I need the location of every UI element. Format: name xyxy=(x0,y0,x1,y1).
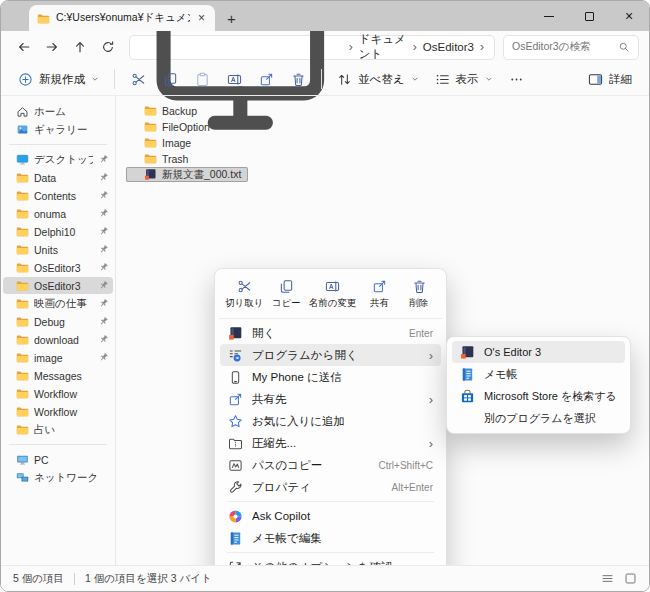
quick-action-label: 名前の変更 xyxy=(309,297,357,310)
sort-button[interactable]: 並べ替え xyxy=(330,65,426,93)
store-icon xyxy=(460,389,475,404)
menu-item[interactable]: メモ帳 xyxy=(452,363,625,385)
menu-item[interactable]: Ask Copilot xyxy=(220,505,441,527)
breadcrumb-segment[interactable]: ドキュメント xyxy=(359,32,407,62)
quick-action-button[interactable]: 切り取り xyxy=(223,276,265,313)
breadcrumb-separator-icon: › xyxy=(411,40,419,54)
title-bar: C:¥Users¥onuma¥ドキュメント¥C × + × xyxy=(1,1,649,31)
pin-icon xyxy=(98,298,109,309)
new-tab-button[interactable]: + xyxy=(227,10,236,27)
menu-item[interactable]: 開くEnter xyxy=(220,322,441,344)
sidebar-item[interactable]: 映画の仕事 xyxy=(3,295,113,312)
sidebar-item[interactable]: PC xyxy=(3,451,113,468)
sidebar-item[interactable]: OsEditor3 xyxy=(3,277,113,294)
menu-item[interactable]: My Phone に送信 xyxy=(220,366,441,388)
sidebar-item[interactable]: image xyxy=(3,349,113,366)
menu-item[interactable]: プロパティAlt+Enter xyxy=(220,476,441,498)
view-button[interactable]: 表示 xyxy=(428,65,500,93)
file-row[interactable]: FileOption xyxy=(126,119,248,134)
menu-item[interactable]: プログラムから開く› xyxy=(220,344,441,366)
menu-item[interactable]: 共有先› xyxy=(220,388,441,410)
new-button[interactable]: 新規作成 xyxy=(11,65,106,93)
share-icon xyxy=(259,72,274,87)
sidebar-item[interactable]: 占い xyxy=(3,421,113,438)
menu-item[interactable]: 別のプログラムを選択 xyxy=(452,407,625,429)
sidebar-item[interactable]: Workflow xyxy=(3,385,113,402)
paste-button[interactable] xyxy=(187,65,217,93)
sidebar-item[interactable]: Delphi10 xyxy=(3,223,113,240)
oseditor-icon xyxy=(228,326,243,341)
copy-icon xyxy=(163,72,178,87)
sidebar-item[interactable]: ギャラリー xyxy=(3,121,113,138)
refresh-button[interactable] xyxy=(95,34,121,60)
share-button[interactable] xyxy=(251,65,281,93)
rename-icon xyxy=(325,279,340,294)
pc-icon xyxy=(16,453,29,466)
menu-item[interactable]: メモ帳で編集 xyxy=(220,527,441,549)
sidebar-item[interactable]: download xyxy=(3,331,113,348)
thumbnail-view-icon[interactable] xyxy=(624,572,637,585)
file-row[interactable]: Backup xyxy=(126,103,248,118)
sidebar-item[interactable]: ホーム xyxy=(3,103,113,120)
breadcrumb-segment[interactable]: OsEditor3 xyxy=(423,41,474,53)
folder-icon xyxy=(16,171,29,184)
sidebar-item[interactable]: デスクトップ xyxy=(3,151,113,168)
menu-item-label: お気に入りに追加 xyxy=(252,414,433,429)
quick-action-button[interactable]: 削除 xyxy=(400,276,438,313)
list-view-icon[interactable] xyxy=(601,572,614,585)
details-button[interactable]: 詳細 xyxy=(581,65,639,93)
oseditor-icon xyxy=(460,345,475,360)
search-box[interactable]: OsEditor3の検索 xyxy=(503,35,639,60)
menu-item[interactable]: お気に入りに追加 xyxy=(220,410,441,432)
sidebar-item[interactable]: Workflow xyxy=(3,403,113,420)
sidebar-item[interactable]: ネットワーク xyxy=(3,469,113,486)
up-button[interactable] xyxy=(67,34,93,60)
folder-icon xyxy=(16,369,29,382)
file-row[interactable]: Trash xyxy=(126,151,248,166)
menu-item-label: パスのコピー xyxy=(252,458,370,473)
sidebar-item[interactable]: Messages xyxy=(3,367,113,384)
sidebar-item[interactable]: onuma xyxy=(3,205,113,222)
minimize-icon xyxy=(544,16,554,17)
sidebar-item[interactable]: Data xyxy=(3,169,113,186)
copy-button[interactable] xyxy=(155,65,185,93)
explorer-tab[interactable]: C:¥Users¥onuma¥ドキュメント¥C × xyxy=(29,5,215,31)
notepad-icon xyxy=(460,367,475,382)
menu-item[interactable]: 圧縮先...› xyxy=(220,432,441,454)
address-bar[interactable]: ›ドキュメント›OsEditor3› xyxy=(129,35,495,60)
menu-item[interactable]: Microsoft Store を検索する xyxy=(452,385,625,407)
back-button[interactable] xyxy=(11,34,37,60)
sidebar-item-label: 映画の仕事 xyxy=(34,297,93,311)
sidebar-item-label: onuma xyxy=(34,208,93,220)
rename-button[interactable] xyxy=(219,65,249,93)
notepad-icon xyxy=(228,531,243,546)
forward-button[interactable] xyxy=(39,34,65,60)
sidebar-item[interactable]: Contents xyxy=(3,187,113,204)
status-bar: 5 個の項目 1 個の項目を選択 3 バイト xyxy=(1,565,649,591)
quick-action-button[interactable]: コピー xyxy=(267,276,305,313)
selection-info: 1 個の項目を選択 3 バイト xyxy=(85,572,212,586)
cut-button[interactable] xyxy=(123,65,153,93)
menu-item[interactable]: その他のオプションを確認 xyxy=(220,556,441,565)
minimize-button[interactable] xyxy=(529,1,569,31)
menu-item-label: メモ帳で編集 xyxy=(252,531,433,546)
trash-icon xyxy=(412,279,427,294)
more-button[interactable] xyxy=(502,65,532,93)
maximize-icon xyxy=(585,12,594,21)
pin-icon xyxy=(98,280,109,291)
close-button[interactable]: × xyxy=(609,1,649,31)
tab-close-icon[interactable]: × xyxy=(196,11,207,25)
menu-item[interactable]: O's Editor 3 xyxy=(452,341,625,363)
delete-button[interactable] xyxy=(283,65,313,93)
file-row[interactable]: 新規文書_000.txt xyxy=(126,167,248,182)
more-dots-icon xyxy=(509,72,524,87)
quick-action-button[interactable]: 共有 xyxy=(360,276,398,313)
menu-item[interactable]: パスのコピーCtrl+Shift+C xyxy=(220,454,441,476)
menu-item-label: 別のプログラムを選択 xyxy=(484,411,617,426)
sidebar-item[interactable]: OsEditor3 xyxy=(3,259,113,276)
sidebar-item[interactable]: Debug xyxy=(3,313,113,330)
maximize-button[interactable] xyxy=(569,1,609,31)
quick-action-button[interactable]: 名前の変更 xyxy=(307,276,359,313)
file-row[interactable]: Image xyxy=(126,135,248,150)
sidebar-item[interactable]: Units xyxy=(3,241,113,258)
